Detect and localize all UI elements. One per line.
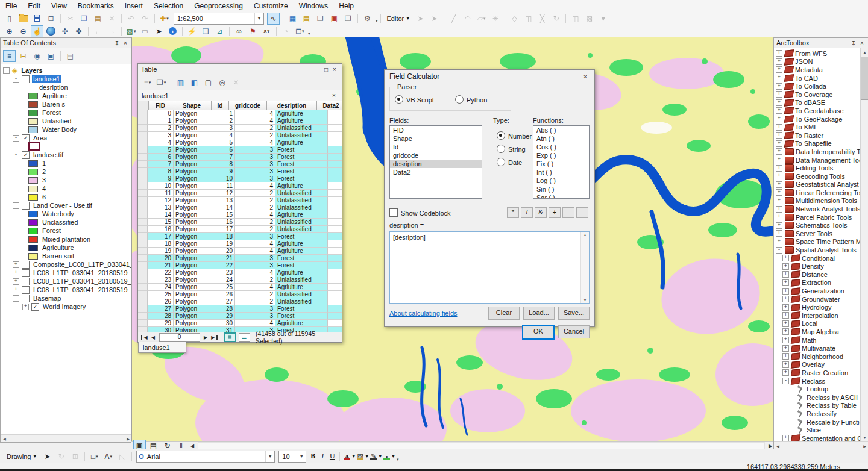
layer-checkbox[interactable]: ✓ [22, 151, 30, 159]
toc-horizontal-scrollbar[interactable]: ◀ ▶ [1, 434, 132, 442]
print-icon[interactable]: ⊟ [45, 13, 57, 25]
expand-icon[interactable]: + [776, 181, 782, 188]
table-cell[interactable]: 2 [235, 125, 275, 132]
table-cell[interactable]: Polygon [174, 233, 215, 240]
expand-icon[interactable]: + [776, 157, 782, 163]
type-number-radio[interactable]: Number [497, 131, 532, 140]
expand-icon[interactable]: + [776, 132, 782, 139]
row-selector[interactable] [138, 240, 148, 248]
show-codeblock-checkbox[interactable]: Show Codeblock [389, 208, 451, 217]
hyperlink-icon[interactable]: ⚡ [186, 25, 198, 37]
table-cell[interactable]: Polygon [174, 117, 215, 125]
table-cell[interactable]: Polygon [174, 262, 215, 269]
select-elements-icon[interactable]: ➤ [41, 451, 54, 463]
table-cell[interactable]: 3 [235, 262, 275, 269]
table-cell[interactable]: 15 [328, 168, 342, 175]
toolbox-item[interactable]: +Hydrology [774, 303, 860, 311]
legend-item[interactable]: Forest [1, 226, 132, 235]
toolbox-item[interactable]: +To KML [774, 123, 860, 131]
scroll-left-icon[interactable]: ◀ [775, 443, 781, 449]
table-cell[interactable]: Forest [275, 168, 328, 175]
column-header-id[interactable]: Id [212, 101, 229, 110]
maximize-icon[interactable]: □ [322, 66, 330, 73]
new-document-icon[interactable]: ▯ [3, 13, 16, 25]
table-cell[interactable]: 10 [328, 190, 342, 197]
table-cell[interactable]: Polygon [174, 284, 215, 291]
next-record-icon[interactable]: ▶ [202, 335, 210, 340]
table-cell[interactable]: Forest [275, 233, 328, 240]
expand-icon[interactable]: + [776, 58, 782, 65]
table-cell[interactable]: 21 [148, 262, 174, 269]
toolbox-item[interactable]: +Conditional [774, 254, 860, 263]
table-cell[interactable]: 20 [328, 139, 342, 146]
marker-color-button[interactable]: • [382, 453, 391, 460]
find-icon[interactable]: ∞ [233, 25, 245, 37]
row-selector[interactable] [138, 255, 148, 262]
toolbox-item[interactable]: -Reclass [774, 377, 860, 385]
toolbox-item[interactable]: Reclass by Table [774, 402, 860, 410]
table-cell[interactable]: 3 [148, 132, 174, 139]
ok-button[interactable]: OK [522, 325, 555, 340]
close-icon[interactable]: × [330, 66, 339, 73]
expand-icon[interactable]: + [776, 239, 782, 245]
table-cell[interactable]: 5 [148, 146, 174, 154]
table-cell[interactable]: Agriulture [275, 320, 328, 327]
expand-icon[interactable]: + [782, 255, 789, 261]
switch-selection-icon[interactable]: ◧ [188, 76, 201, 89]
tab-close-icon[interactable]: × [330, 92, 338, 99]
table-cell[interactable]: 4 [235, 139, 275, 146]
expand-icon[interactable]: + [13, 270, 19, 276]
toolbox-item[interactable]: +Data Interoperability Tools [774, 148, 860, 156]
legend-item[interactable]: Water Body [1, 125, 132, 134]
table-cell[interactable]: 30 [148, 327, 174, 332]
table-cell[interactable]: 25 [215, 284, 235, 291]
table-cell[interactable]: 15 [215, 211, 235, 219]
table-cell[interactable]: 14 [148, 211, 174, 219]
legend-swatch-icon[interactable] [28, 245, 38, 251]
legend-item[interactable]: Agrilture [1, 92, 132, 100]
toolbox-item[interactable]: +Raster Creation [774, 369, 860, 377]
toc-node[interactable]: +Composite_LC08_L1TP_033041_20180519_ [1, 260, 132, 269]
table-cell[interactable]: 2 [235, 226, 275, 233]
table-cell[interactable]: 4 [235, 211, 275, 219]
underline-button[interactable]: U [327, 452, 337, 461]
expand-icon[interactable]: + [782, 353, 789, 360]
row-selector[interactable] [138, 262, 148, 269]
table-cell[interactable]: 15 [328, 255, 342, 262]
toolbox-item[interactable]: +JSON [774, 58, 860, 66]
identify-icon[interactable]: i [166, 25, 179, 37]
table-cell[interactable]: 10 [148, 182, 174, 190]
column-header-shape[interactable]: Shape [172, 101, 212, 110]
legend-swatch-row[interactable] [1, 142, 132, 151]
legend-item[interactable]: Unclassified [1, 218, 132, 226]
table-cell[interactable]: Agriulture [275, 248, 328, 255]
paste-icon[interactable]: ▤ [92, 13, 104, 25]
toolbox-item[interactable]: +Generalization [774, 287, 860, 295]
table-cell[interactable]: 3 [235, 313, 275, 320]
expand-icon[interactable]: + [13, 261, 19, 268]
table-cell[interactable]: 3 [235, 175, 275, 182]
expression-input[interactable]: [desription] ▲ ▼ [389, 231, 590, 304]
table-cell[interactable]: 18 [148, 240, 174, 248]
table-cell[interactable]: 4 [235, 320, 275, 327]
html-popup-icon[interactable]: ❑ [200, 25, 212, 37]
table-cell[interactable]: 11 [215, 182, 235, 190]
chevron-down-icon[interactable]: ▼ [351, 454, 356, 458]
scroll-down-icon[interactable]: ▼ [861, 434, 868, 441]
font-combo[interactable]: O Arial ▼ [136, 451, 275, 463]
legend-swatch-icon[interactable] [28, 219, 38, 226]
table-cell[interactable]: 9 [215, 168, 235, 175]
row-selector[interactable] [138, 197, 148, 204]
operator-button-multiply[interactable]: * [507, 207, 519, 218]
listbox-item[interactable]: Data2 [390, 168, 482, 176]
table-cell[interactable]: 26 [148, 298, 174, 305]
show-all-records-button[interactable]: ▦ [224, 332, 236, 342]
table-of-contents-window-icon[interactable]: ▦ [286, 13, 299, 25]
expand-icon[interactable]: + [782, 304, 789, 311]
viewer-window-icon[interactable]: ❐ [342, 13, 354, 25]
fixed-zoom-in-icon[interactable]: ✣ [58, 25, 71, 37]
legend-swatch-icon[interactable] [28, 228, 38, 234]
save-icon[interactable] [31, 13, 43, 25]
table-cell[interactable]: Agriulture [275, 139, 328, 146]
scroll-up-icon[interactable]: ▲ [861, 48, 868, 56]
